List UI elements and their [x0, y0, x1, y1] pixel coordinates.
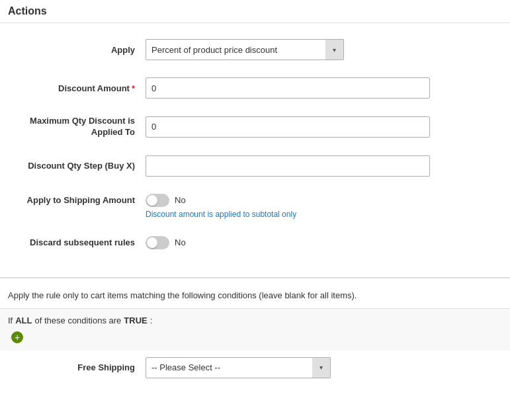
conditions-of-label: of these conditions are: [35, 315, 122, 325]
all-label: ALL: [15, 315, 32, 325]
conditions-rule-block: If ALL of these conditions are TRUE : +: [0, 308, 510, 351]
add-icon: +: [11, 331, 23, 343]
apply-shipping-note: Discount amount is applied to subtotal o…: [146, 210, 296, 219]
apply-row: Apply Percent of product price discount …: [0, 36, 510, 63]
if-label: If: [8, 315, 13, 325]
discard-rules-value: No: [175, 237, 186, 247]
discount-qty-step-row: Discount Qty Step (Buy X): [0, 153, 510, 179]
toggle-knob: [147, 195, 157, 206]
apply-shipping-content: No Discount amount is applied to subtota…: [146, 194, 296, 219]
apply-select[interactable]: Percent of product price discount: [146, 39, 344, 60]
max-qty-row: Maximum Qty Discount is Applied To: [0, 113, 510, 141]
apply-shipping-toggle[interactable]: [146, 194, 169, 207]
apply-shipping-toggle-inline: No: [146, 194, 296, 207]
discard-toggle-knob: [147, 237, 157, 248]
discard-rules-label: Discard subsequent rules: [0, 236, 146, 247]
section-title: Actions: [0, 0, 510, 23]
free-shipping-select[interactable]: -- Please Select -- Yes No: [146, 357, 331, 378]
apply-label: Apply: [0, 45, 146, 55]
rule-line: If ALL of these conditions are TRUE :: [8, 315, 502, 325]
discard-rules-row: Discard subsequent rules No: [0, 233, 510, 252]
add-condition-button[interactable]: +: [11, 331, 24, 344]
max-qty-label: Maximum Qty Discount is Applied To: [0, 116, 146, 138]
apply-select-wrapper[interactable]: Percent of product price discount ▾: [146, 39, 344, 60]
apply-shipping-label: Apply to Shipping Amount: [0, 194, 146, 205]
discard-rules-toggle-inline: No: [146, 236, 186, 249]
discount-amount-label: Discount Amount*: [0, 83, 146, 93]
conditions-description: Apply the rule only to cart items matchi…: [0, 286, 510, 308]
colon: :: [150, 315, 153, 325]
conditions-section: Apply the rule only to cart items matchi…: [0, 277, 510, 382]
required-star: *: [132, 83, 135, 93]
discount-amount-input[interactable]: [146, 77, 430, 99]
discount-qty-step-input[interactable]: [146, 155, 430, 177]
free-shipping-label: Free Shipping: [53, 362, 146, 372]
discount-amount-row: Discount Amount*: [0, 75, 510, 101]
max-qty-input[interactable]: [146, 116, 430, 138]
apply-shipping-value: No: [175, 195, 186, 205]
free-shipping-select-wrapper[interactable]: -- Please Select -- Yes No ▾: [146, 357, 331, 378]
discount-qty-step-label: Discount Qty Step (Buy X): [0, 161, 146, 171]
true-label: TRUE: [124, 315, 147, 325]
discard-rules-toggle[interactable]: [146, 236, 169, 249]
apply-shipping-row: Apply to Shipping Amount No Discount amo…: [0, 191, 510, 222]
discard-rules-content: No: [146, 236, 186, 249]
free-shipping-row: Free Shipping -- Please Select -- Yes No…: [0, 353, 510, 382]
